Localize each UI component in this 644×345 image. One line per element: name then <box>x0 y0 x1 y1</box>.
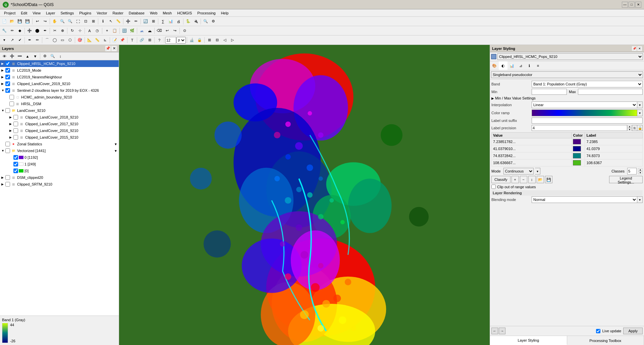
vector-menu-btn[interactable]: ▾ <box>1 37 8 44</box>
link-btn[interactable]: 🔗 <box>138 37 146 44</box>
save-file-btn[interactable]: 💾 <box>545 176 552 183</box>
menu-database[interactable]: Database <box>126 10 147 16</box>
digitize2-btn[interactable]: ✒ <box>41 27 49 34</box>
calculator-btn[interactable]: ∑ <box>159 18 167 25</box>
grass-btn[interactable]: 🌿 <box>128 27 136 34</box>
add-layer-btn[interactable]: ➕ <box>124 18 132 25</box>
menu-hcmgis[interactable]: HCMGIS <box>174 10 195 16</box>
classes-up-btn[interactable]: ▲ <box>638 168 643 171</box>
ellipse-btn[interactable]: ◯ <box>51 37 58 44</box>
live-update-checkbox[interactable] <box>596 329 600 333</box>
zoom-layer-btn[interactable]: ⊡ <box>82 18 89 25</box>
interpolation-select[interactable]: Linear <box>532 101 637 108</box>
layer-checkbox-lc2017[interactable] <box>13 122 18 126</box>
layer-checkbox-zonal[interactable] <box>5 142 10 146</box>
mode-dropdown-btn[interactable]: ▾ <box>535 168 540 175</box>
layer-checkbox-lc2016[interactable] <box>13 128 18 133</box>
help-btn[interactable]: ? <box>156 37 163 44</box>
menu-raster[interactable]: Raster <box>110 10 126 16</box>
color-cell-3[interactable] <box>572 152 585 159</box>
digitize-btn[interactable]: ✏ <box>132 18 140 25</box>
measure2-btn[interactable]: 📐 <box>86 37 93 44</box>
layer-item-lc2017[interactable]: ▶ ▦ Clipped_LandCover_2017_9210 <box>0 121 119 127</box>
layers-pin-btn[interactable]: 📌 <box>105 46 111 51</box>
poly-btn[interactable]: ⬡ <box>66 37 74 44</box>
minmax-settings-row[interactable]: ▶ Min / Max Value Settings <box>491 96 643 100</box>
layer-remove-btn[interactable]: ➖ <box>16 53 23 60</box>
move-btn[interactable]: ⊹ <box>76 27 84 34</box>
layer-item-srtm[interactable]: ▶ ▦ Clipped_SRTM_9210 <box>0 181 119 188</box>
minimize-button[interactable]: — <box>622 2 628 8</box>
pan-btn[interactable]: ✋ <box>51 18 58 25</box>
style-legend-tab[interactable]: ≡ <box>534 61 542 70</box>
layer-checkbox-clipped-lc[interactable] <box>5 81 10 86</box>
measure4-btn[interactable]: ⊾ <box>101 37 109 44</box>
layer-props-btn[interactable]: ⚙ <box>41 53 49 60</box>
select2-btn[interactable]: ↗ <box>8 37 16 44</box>
layer-item-v1[interactable]: 1 [249] <box>0 161 119 167</box>
color-cell-2[interactable] <box>572 145 585 152</box>
load-file-btn[interactable]: 📂 <box>537 176 544 183</box>
clip-checkbox[interactable] <box>491 185 496 189</box>
font-btn[interactable]: T <box>128 37 136 44</box>
redo-btn[interactable]: ↪ <box>41 18 49 25</box>
paste-btn[interactable]: 📌 <box>119 37 126 44</box>
layer-item-zonal[interactable]: ■ Zonal Statistics ▼ <box>0 141 119 147</box>
layer-checkbox-srtm[interactable] <box>5 182 10 187</box>
label-precision-input[interactable] <box>532 125 627 131</box>
refresh-btn[interactable]: 🔄 <box>142 18 149 25</box>
tab-processing-toolbox[interactable]: Processing Toolbox <box>567 336 644 345</box>
layer-checkbox-v0b[interactable] <box>13 168 18 173</box>
style-histogram-tab[interactable]: 📊 <box>507 61 516 70</box>
precision-up-btn[interactable]: ▲ <box>627 125 632 128</box>
layer-expand-btn[interactable]: ↕ <box>57 53 64 60</box>
tile-btn[interactable]: ⊞ <box>150 18 157 25</box>
layer-down-btn[interactable]: ▼ <box>32 53 39 60</box>
merge-btn[interactable]: ⊕ <box>59 27 66 34</box>
mode-select[interactable]: Continuous <box>503 168 534 175</box>
close-button[interactable]: ✕ <box>635 2 641 8</box>
zoom-out-btn[interactable]: 🔍 <box>66 18 74 25</box>
identify-btn[interactable]: ℹ <box>99 18 107 25</box>
redo2-btn[interactable]: ↪ <box>171 27 178 34</box>
band-select[interactable]: Band 1: Population Count (Gray) <box>532 81 643 87</box>
tab-layer-styling[interactable]: Layer Styling <box>490 336 567 345</box>
diagram-btn[interactable]: ◷ <box>94 27 101 34</box>
next-btn[interactable]: ▷ <box>229 37 236 44</box>
layer-add-btn[interactable]: ➕ <box>8 53 16 60</box>
layer-checkbox-sentinel[interactable] <box>5 88 10 93</box>
styling-pin-btn[interactable]: 📌 <box>632 46 637 51</box>
layer-checkbox-hrsl-dsm[interactable] <box>9 101 14 106</box>
layer-item-lc2015[interactable]: ▶ ▦ Clipped_LandCover_2015_9210 <box>0 134 119 141</box>
color-ramp-bar[interactable] <box>532 110 637 116</box>
digitize3-btn[interactable]: ⊙ <box>181 27 188 34</box>
undo2-btn[interactable]: ↩ <box>163 27 171 34</box>
snap-btn[interactable]: 🔧 <box>1 27 8 34</box>
color-swatch-4[interactable] <box>573 160 581 165</box>
interpolation-dropdown-btn[interactable]: ▾ <box>637 101 643 108</box>
layer-visibility-btn[interactable]: 👁 <box>1 53 8 60</box>
layout-btn[interactable]: ⊟ <box>213 37 221 44</box>
filter-btn[interactable]: 🔬 <box>188 37 196 44</box>
annotate-btn[interactable]: 📝 <box>111 37 118 44</box>
styling-close-btn[interactable]: ✕ <box>637 46 642 51</box>
layer-item-clipped-hrsl[interactable]: ▶ ▦ Clipped_HRSL_HCMC_Pops_9210 <box>0 60 119 67</box>
add-feature-btn[interactable]: ➕ <box>26 27 33 34</box>
arc-btn[interactable]: ⌒ <box>43 37 51 44</box>
menu-vector[interactable]: Vector <box>94 10 110 16</box>
zoom-full-btn[interactable]: ⛶ <box>74 18 82 25</box>
layer-item-v0[interactable]: 0 [1192] <box>0 154 119 161</box>
layer-item-v0b[interactable]: [0] <box>0 167 119 174</box>
search-btn[interactable]: 🔍 <box>202 18 209 25</box>
apply-btn[interactable]: Apply <box>623 328 643 334</box>
pen2-btn[interactable]: ✏ <box>34 37 41 44</box>
split-btn[interactable]: ✂ <box>51 27 58 34</box>
remove-class-btn[interactable]: − <box>520 176 527 183</box>
layer-checkbox-lc2019-nn[interactable] <box>5 75 10 79</box>
group-btn[interactable]: ⊞ <box>206 37 213 44</box>
open-project-btn[interactable]: 📂 <box>8 18 16 25</box>
min-input[interactable]: 7.2385178294343238 <box>532 89 567 95</box>
layer-item-landcover-group[interactable]: ▼ 📁 LandCover_9210 <box>0 107 119 114</box>
color-ramp-dropdown-btn[interactable]: ▾ <box>637 110 643 116</box>
measure3-btn[interactable]: 📏 <box>94 37 101 44</box>
